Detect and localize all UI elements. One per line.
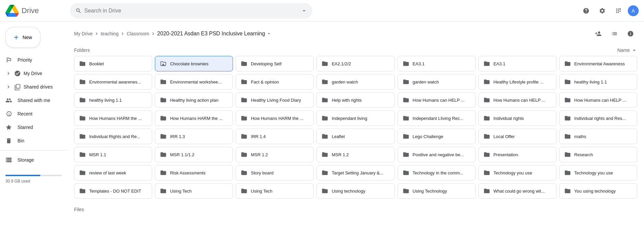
sidebar-item-shared-with-me[interactable]: Shared with me	[0, 94, 62, 107]
folder-item[interactable]: review of last week	[74, 165, 152, 180]
folder-name: Leaflet	[332, 134, 345, 139]
folder-item[interactable]: You using technology	[559, 183, 637, 199]
sidebar-item-label-shared-drives: Shared drives	[24, 84, 53, 90]
folder-icon	[403, 115, 409, 122]
folder-item[interactable]: Using Technology	[398, 183, 476, 199]
folder-item[interactable]: maths	[559, 129, 637, 144]
folder-name: Using Tech	[170, 189, 192, 194]
folder-item[interactable]: Independant living	[316, 110, 395, 126]
sidebar-item-priority[interactable]: Priority	[0, 53, 62, 67]
folder-item[interactable]: Chocolate brownies	[155, 56, 233, 71]
folder-item[interactable]: How Humans HARM the ...	[236, 110, 314, 126]
folder-item[interactable]: Individual rights and Res...	[559, 110, 637, 126]
folder-item[interactable]: Technology in the comm...	[398, 165, 476, 180]
folder-item[interactable]: Fact & opinion	[236, 74, 314, 90]
folder-item[interactable]: Healthy Lifestyle profile ...	[478, 74, 556, 90]
folder-item[interactable]: How Humans can HELP ...	[559, 92, 637, 108]
folder-icon	[321, 169, 328, 176]
expand-icon-2	[5, 84, 11, 90]
folder-item[interactable]: Healthy Living Food Diary	[236, 92, 314, 108]
folder-item[interactable]: Technology you use	[478, 165, 556, 180]
settings-icon-btn[interactable]	[596, 4, 609, 18]
search-bar[interactable]	[70, 3, 312, 19]
folder-item[interactable]: EA3.1	[478, 56, 556, 71]
folder-item[interactable]: IRR 1.3	[155, 129, 233, 144]
folder-name: Independant LIiving Rec...	[413, 116, 464, 121]
folder-item[interactable]: Environmental workshee...	[155, 74, 233, 90]
search-input[interactable]	[84, 8, 298, 14]
folder-item[interactable]: Target Setting January &...	[316, 165, 395, 180]
apps-icon-btn[interactable]	[612, 4, 625, 18]
folder-item[interactable]: Risk Assessments	[155, 165, 233, 180]
folders-grid: Booklet Chocolate brownies Developing Se…	[74, 56, 637, 204]
folder-item[interactable]: MSR 1.2	[316, 147, 395, 162]
folder-item[interactable]: Using Tech	[236, 183, 314, 199]
breadcrumb-classroom[interactable]: Classroom	[127, 31, 149, 36]
folder-name: Individual Rights and Re...	[89, 134, 140, 139]
folder-item[interactable]: Healthy living action plan	[155, 92, 233, 108]
folder-item[interactable]: How Humans HARM the ...	[155, 110, 233, 126]
breadcrumb-sep-1	[94, 31, 99, 36]
folder-icon	[483, 60, 490, 67]
folder-item[interactable]: Booklet	[74, 56, 152, 71]
folder-item[interactable]: Using Tech	[155, 183, 233, 199]
breadcrumb-teaching[interactable]: teaching	[101, 31, 118, 36]
add-people-btn[interactable]	[591, 27, 605, 40]
list-view-btn[interactable]	[608, 27, 621, 40]
sidebar-item-recent[interactable]: Recent	[0, 107, 62, 121]
folder-name: Using Technology	[413, 189, 447, 194]
support-icon-btn[interactable]	[579, 4, 593, 18]
folder-item[interactable]: How Humans HARM the ...	[74, 110, 152, 126]
breadcrumb-my-drive[interactable]: My Drive	[74, 31, 93, 36]
folder-item[interactable]: Developing Self	[236, 56, 314, 71]
folder-item[interactable]: Individual rights	[478, 110, 556, 126]
sidebar-item-shared-drives[interactable]: Shared drives	[0, 80, 67, 94]
folder-item[interactable]: Independant LIiving Rec...	[398, 110, 476, 126]
priority-icon	[5, 57, 12, 63]
folder-item[interactable]: Environmental awarenes...	[74, 74, 152, 90]
new-button[interactable]: + New	[5, 27, 40, 48]
folder-item[interactable]: How Humans can HELP ...	[398, 92, 476, 108]
sidebar-item-my-drive[interactable]: My Drive	[0, 67, 67, 80]
folder-item[interactable]: Using technology	[316, 183, 395, 199]
folder-item[interactable]: How Humans can HELP ...	[478, 92, 556, 108]
sort-button[interactable]: Name	[617, 47, 637, 53]
folder-item[interactable]: Technology you use	[559, 165, 637, 180]
folder-item[interactable]: garden watch	[398, 74, 476, 90]
search-dropdown-icon[interactable]	[301, 7, 307, 14]
folder-item[interactable]: Lego Challenge	[398, 129, 476, 144]
folder-item[interactable]: garden watch	[316, 74, 395, 90]
folder-item[interactable]: Presentation.	[478, 147, 556, 162]
folder-name: How Humans HARM the ...	[170, 116, 223, 121]
sidebar-item-storage[interactable]: Storage	[0, 153, 62, 167]
folder-item[interactable]: MSR 1.1/1.2	[155, 147, 233, 162]
folder-item[interactable]: MSR 1.2	[236, 147, 314, 162]
folder-item[interactable]: healthy living 1.1	[74, 92, 152, 108]
folder-icon	[564, 169, 571, 176]
folder-item[interactable]: healthy living 1.1	[559, 74, 637, 90]
breadcrumb-sep-3	[150, 31, 156, 36]
breadcrumb-dropdown-icon[interactable]	[266, 31, 272, 36]
folder-name: Lego Challenge	[413, 134, 443, 139]
breadcrumb-current[interactable]: 2020-2021 Asdan E3 PSD Inclusive Learnin…	[157, 31, 272, 37]
folder-item[interactable]: Research	[559, 147, 637, 162]
sidebar-item-starred[interactable]: Starred	[0, 121, 62, 134]
info-btn[interactable]	[624, 27, 637, 40]
avatar[interactable]: A	[628, 5, 639, 16]
folder-item[interactable]: IRR 1.4	[236, 129, 314, 144]
folder-item[interactable]: Story board	[236, 165, 314, 180]
folder-item[interactable]: Individual Rights and Re...	[74, 129, 152, 144]
folder-item[interactable]: Leaflet	[316, 129, 395, 144]
sidebar-item-bin[interactable]: Bin	[0, 134, 62, 147]
folder-item[interactable]: EA3.1	[398, 56, 476, 71]
folder-icon	[403, 97, 409, 103]
folder-item[interactable]: Positive and negative be...	[398, 147, 476, 162]
folder-item[interactable]: Templates - DO NOT EDIT	[74, 183, 152, 199]
logo: Drive	[5, 4, 66, 18]
folder-item[interactable]: Environmental Awareness	[559, 56, 637, 71]
folder-item[interactable]: MSR 1.1	[74, 147, 152, 162]
folder-item[interactable]: What could go wrong wit...	[478, 183, 556, 199]
folder-item[interactable]: Help with rights	[316, 92, 395, 108]
folder-item[interactable]: Local Offer	[478, 129, 556, 144]
folder-item[interactable]: EA2.1/2/2	[316, 56, 395, 71]
